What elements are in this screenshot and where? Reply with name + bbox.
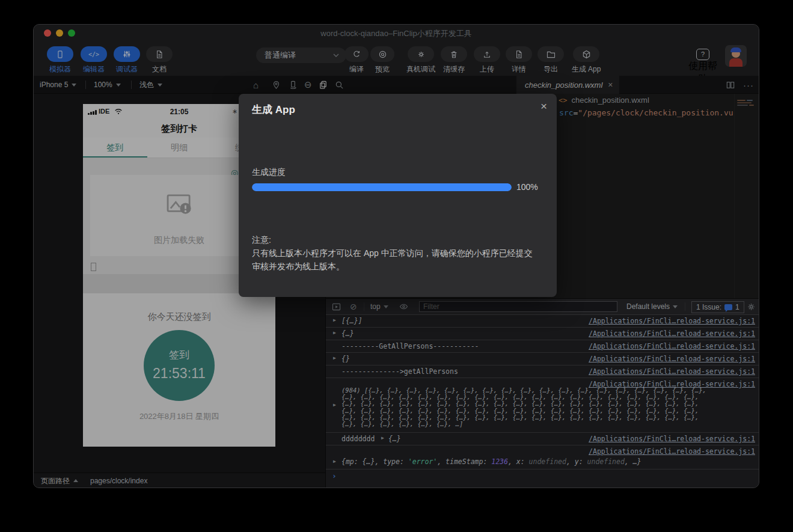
modal-title: 生成 App	[252, 103, 295, 117]
modal-close-icon[interactable]: ×	[540, 100, 547, 113]
progress-percent: 100%	[516, 182, 538, 192]
modal-note: 注意: 只有线上版本小程序才可以在 App 中正常访问，请确保您的小程序已经提交…	[252, 233, 540, 273]
generate-app-modal: 生成 App × 生成进度 100% 注意: 只有线上版本小程序才可以在 App…	[239, 94, 557, 297]
progress-fill	[252, 183, 512, 191]
progress-label: 生成进度	[252, 167, 286, 178]
progress-bar	[252, 183, 512, 191]
screen: word-clock-qiandao–FinClip小程序开发工具 模拟器 </…	[0, 0, 793, 532]
ide-window: word-clock-qiandao–FinClip小程序开发工具 模拟器 </…	[33, 24, 759, 488]
